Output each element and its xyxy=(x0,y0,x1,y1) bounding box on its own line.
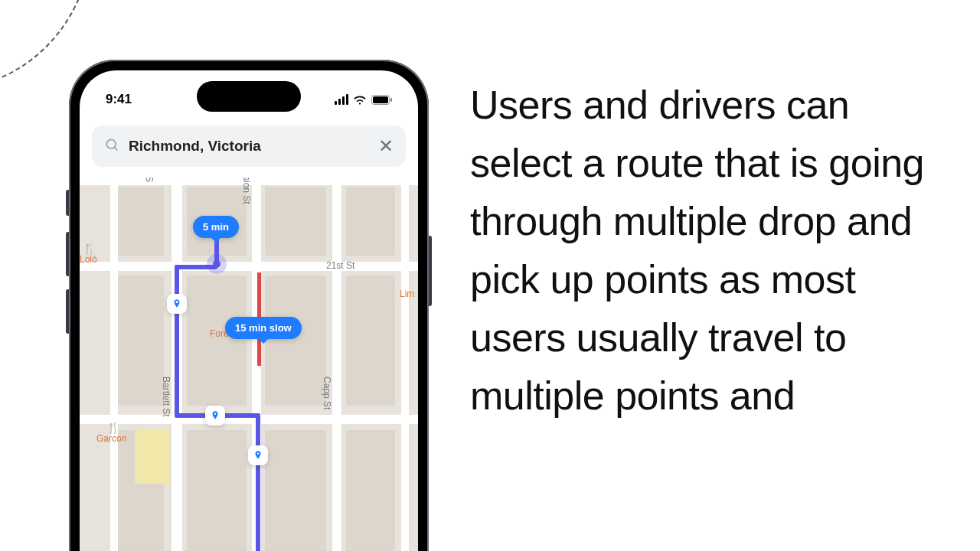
svg-point-3 xyxy=(106,139,116,148)
route-segment xyxy=(256,413,260,551)
waypoint-pin[interactable] xyxy=(205,406,225,425)
svg-point-6 xyxy=(214,413,216,415)
svg-rect-2 xyxy=(390,98,392,102)
phone-frame: 9:41 ✕ xyxy=(69,60,429,551)
street-label: Bartlett St xyxy=(161,377,172,417)
poi-label: Lim xyxy=(400,289,414,299)
svg-point-7 xyxy=(257,453,259,455)
current-location-dot xyxy=(207,254,227,274)
eta-bubble-fast[interactable]: 5 min xyxy=(193,216,239,238)
phone-button xyxy=(66,232,69,276)
phone-button xyxy=(66,190,69,216)
search-input[interactable] xyxy=(129,138,369,155)
wifi-icon xyxy=(353,95,367,105)
waypoint-pin[interactable] xyxy=(167,294,187,314)
phone-button xyxy=(429,236,432,306)
phone-button xyxy=(66,289,69,334)
close-icon[interactable]: ✕ xyxy=(378,137,394,155)
signal-icon xyxy=(335,94,348,105)
svg-point-5 xyxy=(176,302,178,303)
feature-description: Users and drivers can select a route tha… xyxy=(470,77,929,425)
dynamic-island xyxy=(197,81,301,112)
street-label: 21st St xyxy=(326,260,354,271)
street-label: sion St xyxy=(241,178,252,204)
poi-restaurant[interactable]: 🍴Loló xyxy=(80,243,97,266)
search-bar[interactable]: ✕ xyxy=(92,126,406,167)
status-time: 9:41 xyxy=(106,92,132,107)
battery-icon xyxy=(371,95,392,105)
search-icon xyxy=(104,137,119,155)
phone-screen: 9:41 ✕ xyxy=(80,70,418,551)
poi-restaurant[interactable]: 🍴Garcon xyxy=(96,422,126,445)
map-view[interactable]: S sion St 21st St Capp St Bartlett St 🍴L… xyxy=(80,178,418,551)
waypoint-pin[interactable] xyxy=(248,445,268,465)
svg-rect-1 xyxy=(373,96,388,103)
street-label: Capp St xyxy=(322,377,332,409)
route-segment xyxy=(175,265,179,418)
street-label: S xyxy=(144,178,155,182)
eta-bubble-slow[interactable]: 15 min slow xyxy=(225,317,302,339)
svg-line-4 xyxy=(114,147,117,150)
